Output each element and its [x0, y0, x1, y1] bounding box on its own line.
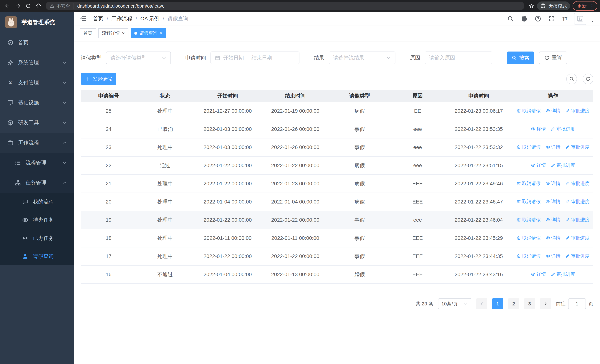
tab-leave-query[interactable]: 请假查询 ×	[131, 28, 166, 38]
github-icon[interactable]	[521, 15, 527, 22]
sidebar-item-home[interactable]: 首页	[0, 33, 74, 53]
app-logo[interactable]: 芋道管理系统	[0, 12, 74, 33]
table-row[interactable]: 20 处理中 2022-01-04 00:00:00 2022-01-04 00…	[81, 193, 593, 211]
approval-progress-link[interactable]: 审批进度	[551, 271, 575, 277]
sidebar-item-system[interactable]: 系统管理	[0, 53, 74, 73]
page-number-2[interactable]: 2	[508, 298, 519, 309]
table-row[interactable]: 21 处理中 2022-01-22 00:00:00 2022-01-23 00…	[81, 175, 593, 193]
detail-link[interactable]: 详情	[545, 180, 561, 187]
detail-link[interactable]: 详情	[545, 235, 561, 241]
gear-icon	[7, 59, 14, 66]
font-size-icon[interactable]: TT	[562, 16, 567, 22]
bookmark-star-icon[interactable]	[527, 1, 536, 11]
avatar-caret-icon[interactable]	[590, 19, 594, 24]
cancel-leave-link[interactable]: 取消请假	[516, 108, 541, 114]
table-row[interactable]: 17 处理中 2022-01-22 00:00:00 2022-01-22 00…	[81, 247, 593, 265]
page-number-3[interactable]: 3	[524, 298, 535, 309]
sidebar-item-todo-tasks[interactable]: 待办任务	[0, 211, 74, 229]
prev-page-button[interactable]	[476, 298, 487, 309]
help-icon[interactable]	[534, 15, 541, 22]
detail-link[interactable]: 详情	[545, 198, 561, 205]
browser-forward-button[interactable]	[13, 1, 23, 11]
cancel-leave-link[interactable]: 取消请假	[516, 217, 541, 223]
sidebar-item-workflow[interactable]: 工作流程	[0, 133, 74, 153]
page-number-1[interactable]: 1	[492, 298, 503, 309]
detail-link[interactable]: 详情	[531, 126, 546, 132]
date-range-picker[interactable]: 开始日期 - 结束日期	[210, 52, 300, 64]
detail-link[interactable]: 详情	[545, 253, 561, 259]
table-row[interactable]: 22 通过 2022-01-22 00:00:00 2022-01-22 00:…	[81, 156, 593, 175]
create-leave-button[interactable]: 发起请假	[81, 73, 116, 85]
browser-update-button[interactable]: 更新 ⋮	[572, 1, 597, 11]
cancel-leave-link[interactable]: 取消请假	[516, 144, 541, 150]
browser-back-button[interactable]	[3, 1, 12, 11]
search-icon[interactable]	[507, 15, 514, 22]
sidebar-item-done-tasks[interactable]: 已办任务	[0, 229, 74, 247]
reason-input[interactable]	[429, 55, 488, 61]
approval-progress-link[interactable]: 审批进度	[565, 144, 590, 150]
search-button[interactable]: 搜索	[507, 52, 534, 64]
approval-progress-link[interactable]: 审批进度	[565, 108, 590, 114]
fullscreen-icon[interactable]	[548, 15, 555, 22]
breadcrumb-workflow[interactable]: 工作流程	[103, 15, 132, 22]
sidebar-fold-icon[interactable]	[80, 15, 87, 23]
browser-home-button[interactable]	[34, 1, 43, 11]
toggle-search-button[interactable]	[566, 74, 577, 84]
detail-link[interactable]: 详情	[531, 162, 546, 168]
close-icon[interactable]: ×	[122, 31, 125, 36]
approval-progress-link[interactable]: 审批进度	[565, 217, 590, 223]
cell-apply-time: 2022-01-22 23:45:29	[445, 229, 513, 247]
detail-link[interactable]: 详情	[545, 144, 561, 150]
breadcrumb-oa-example[interactable]: OA 示例	[132, 15, 159, 22]
detail-link[interactable]: 详情	[545, 108, 561, 114]
chat-bubble-icon	[22, 198, 28, 205]
goto-page-input[interactable]	[568, 298, 586, 309]
cell-start-time: 2022-01-22 00:00:00	[194, 175, 262, 193]
page-size-select[interactable]: 10条/页	[438, 298, 471, 309]
sidebar-item-devtools[interactable]: 研发工具	[0, 113, 74, 133]
sidebar-item-leave-query[interactable]: 请假查询	[0, 247, 74, 265]
user-avatar[interactable]	[574, 13, 586, 25]
result-select[interactable]: 请选择流结果	[329, 52, 395, 64]
cell-actions: 取消请假 详情 审批进度	[513, 265, 593, 284]
sidebar-item-process-management[interactable]: 流程管理	[0, 153, 74, 173]
table-row[interactable]: 24 已取消 2022-01-03 00:00:00 2022-01-26 00…	[81, 120, 593, 138]
tab-home[interactable]: 首页	[80, 28, 96, 38]
reset-button[interactable]: 重置	[539, 52, 567, 64]
leave-type-select[interactable]: 请选择请假类型	[106, 52, 171, 64]
refresh-table-button[interactable]	[582, 74, 593, 84]
browser-menu-icon[interactable]: ⋮	[589, 3, 595, 9]
detail-link[interactable]: 详情	[545, 217, 561, 223]
cancel-leave-link[interactable]: 取消请假	[516, 235, 541, 241]
table-row[interactable]: 16 不通过 2022-01-04 00:00:00 2022-01-13 00…	[81, 265, 593, 284]
tab-process-detail[interactable]: 流程详情 ×	[98, 28, 128, 38]
cancel-leave-link[interactable]: 取消请假	[516, 198, 541, 205]
approval-progress-link[interactable]: 审批进度	[565, 198, 590, 205]
table-row[interactable]: 19 处理中 2022-01-22 00:00:00 2022-01-22 00…	[81, 211, 593, 229]
sidebar-item-my-process[interactable]: 我的流程	[0, 193, 74, 211]
cancel-leave-link[interactable]: 取消请假	[516, 180, 541, 187]
close-icon[interactable]: ×	[159, 31, 162, 36]
sidebar-item-infrastructure[interactable]: 基础设施	[0, 93, 74, 113]
approval-progress-link[interactable]: 审批进度	[551, 162, 575, 168]
security-warning[interactable]: 不安全	[50, 3, 74, 9]
filter-label: 请假类型	[81, 54, 102, 61]
approval-progress-link[interactable]: 审批进度	[551, 126, 575, 132]
approval-progress-link[interactable]: 审批进度	[565, 235, 590, 241]
cancel-leave-link[interactable]: 取消请假	[516, 253, 541, 259]
table-row[interactable]: 23 处理中 2022-01-03 00:00:00 2022-01-26 00…	[81, 138, 593, 156]
approval-progress-link[interactable]: 审批进度	[565, 253, 590, 259]
breadcrumb-home[interactable]: 首页	[93, 15, 103, 22]
cell-end-time: 2022-01-22 00:00:00	[262, 156, 329, 175]
table-row[interactable]: 18 处理中 2022-01-11 00:00:00 2022-01-11 00…	[81, 229, 593, 247]
detail-link[interactable]: 详情	[531, 271, 546, 277]
cell-end-time: 2022-01-23 00:00:00	[262, 175, 329, 193]
browser-address-bar[interactable]: 不安全 dashboard.yudao.iocoder.cn/bpm/oa/le…	[46, 2, 525, 10]
table-row[interactable]: 25 处理中 2021-12-27 00:00:00 2022-01-19 00…	[81, 102, 593, 120]
approval-progress-link[interactable]: 审批进度	[565, 180, 590, 187]
sidebar-item-task-management[interactable]: 任务管理	[0, 173, 74, 193]
next-page-button[interactable]	[540, 298, 551, 309]
browser-refresh-button[interactable]	[23, 1, 33, 11]
cell-start-time: 2022-01-11 00:00:00	[194, 229, 262, 247]
sidebar-item-payment[interactable]: ¥ 支付管理	[0, 73, 74, 93]
